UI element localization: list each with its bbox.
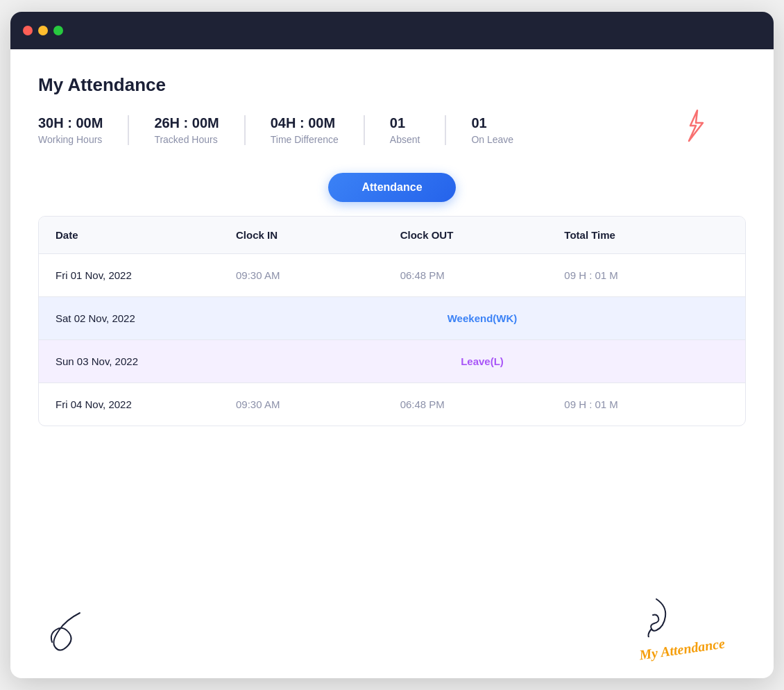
stat-on-leave: 01 On Leave — [471, 115, 513, 145]
tracked-hours-value: 26H : 00M — [154, 115, 219, 131]
cell-clockin-4: 09:30 AM — [236, 398, 400, 410]
on-leave-value: 01 — [471, 115, 513, 131]
cell-special-wk: Weekend(WK) — [236, 312, 728, 324]
stat-time-difference: 04H : 00M Time Difference — [271, 115, 365, 145]
titlebar — [10, 12, 774, 49]
working-hours-value: 30H : 00M — [38, 115, 103, 131]
cell-clockout-1: 06:48 PM — [400, 269, 565, 281]
table-row: Sat 02 Nov, 2022 Weekend(WK) — [39, 297, 745, 340]
table-row: Fri 01 Nov, 2022 09:30 AM 06:48 PM 09 H … — [39, 254, 745, 297]
time-difference-label: Time Difference — [271, 134, 339, 145]
col-total-time: Total Time — [564, 229, 728, 241]
bottom-right-annotation-text: My Attendance — [638, 635, 726, 663]
absent-value: 01 — [390, 115, 420, 131]
cell-total-1: 09 H : 01 M — [564, 269, 728, 281]
cell-date-1: Fri 01 Nov, 2022 — [56, 269, 236, 281]
annotation-bottom-left — [38, 606, 101, 657]
close-button[interactable] — [23, 26, 33, 35]
table-header: Date Clock IN Clock OUT Total Time — [39, 217, 745, 254]
traffic-lights — [23, 26, 63, 35]
stat-tracked-hours: 26H : 00M Tracked Hours — [154, 115, 245, 145]
cell-date-2: Sat 02 Nov, 2022 — [56, 312, 236, 324]
stat-working-hours: 30H : 00M Working Hours — [38, 115, 129, 145]
cell-total-4: 09 H : 01 M — [564, 398, 728, 410]
content-area: My Attendance 30H : 00M Working Hours 26… — [10, 49, 774, 678]
maximize-button[interactable] — [53, 26, 63, 35]
tab-container: Attendance — [38, 167, 746, 216]
main-window: My Attendance 30H : 00M Working Hours 26… — [10, 12, 774, 678]
attendance-tab[interactable]: Attendance — [328, 173, 455, 202]
minimize-button[interactable] — [38, 26, 48, 35]
annotation-bottom-right: My Attendance — [639, 596, 725, 657]
col-date: Date — [56, 229, 236, 241]
stat-absent: 01 Absent — [390, 115, 447, 145]
table-row: Sun 03 Nov, 2022 Leave(L) — [39, 340, 745, 383]
col-clock-in: Clock IN — [236, 229, 400, 241]
on-leave-label: On Leave — [471, 134, 513, 145]
cell-special-leave: Leave(L) — [236, 355, 728, 367]
cell-date-3: Sun 03 Nov, 2022 — [56, 355, 236, 367]
tracked-hours-label: Tracked Hours — [154, 134, 219, 145]
col-clock-out: Clock OUT — [400, 229, 565, 241]
absent-label: Absent — [390, 134, 420, 145]
cell-clockout-4: 06:48 PM — [400, 398, 565, 410]
page-title: My Attendance — [38, 74, 746, 96]
stats-bar: 30H : 00M Working Hours 26H : 00M Tracke… — [38, 115, 746, 145]
attendance-table: Date Clock IN Clock OUT Total Time Fri 0… — [38, 216, 746, 426]
time-difference-value: 04H : 00M — [271, 115, 339, 131]
working-hours-label: Working Hours — [38, 134, 103, 145]
cell-clockin-1: 09:30 AM — [236, 269, 400, 281]
table-row: Fri 04 Nov, 2022 09:30 AM 06:48 PM 09 H … — [39, 383, 745, 426]
cell-date-4: Fri 04 Nov, 2022 — [56, 398, 236, 410]
